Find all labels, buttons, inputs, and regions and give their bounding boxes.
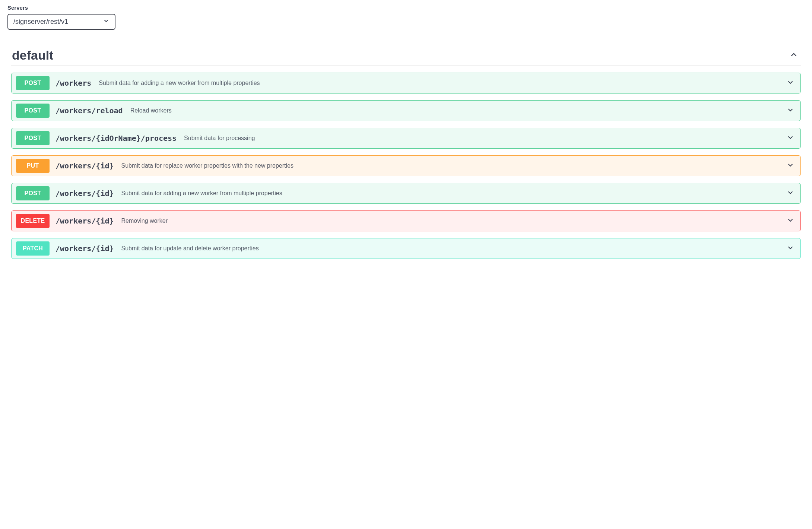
chevron-down-icon	[786, 161, 796, 171]
operation-row[interactable]: PATCH /workers/{id} Submit data for upda…	[11, 238, 801, 259]
method-badge: PUT	[16, 159, 50, 173]
operation-row[interactable]: POST /workers/{idOrName}/process Submit …	[11, 128, 801, 149]
operation-summary: Submit data for adding a new worker from…	[97, 80, 780, 86]
operation-summary: Submit data for adding a new worker from…	[120, 190, 780, 197]
chevron-down-icon	[786, 78, 796, 88]
chevron-down-icon	[786, 216, 796, 226]
servers-block: Servers /signserver/rest/v1	[7, 4, 805, 39]
section-title: default	[12, 48, 53, 63]
operation-path: /workers/{idOrName}/process	[55, 134, 177, 143]
api-section: default POST /workers Submit data for ad…	[7, 39, 805, 259]
method-badge: POST	[16, 76, 50, 90]
servers-label: Servers	[7, 4, 805, 11]
operation-path: /workers/{id}	[55, 161, 114, 170]
operation-row[interactable]: POST /workers Submit data for adding a n…	[11, 73, 801, 94]
operation-path: /workers/{id}	[55, 244, 114, 253]
chevron-down-icon	[786, 133, 796, 143]
chevron-down-icon	[786, 189, 796, 199]
method-badge: DELETE	[16, 214, 50, 228]
method-badge: POST	[16, 104, 50, 118]
server-select-value: /signserver/rest/v1	[13, 18, 68, 26]
operation-summary: Reload workers	[129, 107, 780, 114]
server-select[interactable]: /signserver/rest/v1	[7, 14, 115, 30]
operation-row[interactable]: PUT /workers/{id} Submit data for replac…	[11, 155, 801, 176]
chevron-down-icon	[786, 106, 796, 116]
operation-summary: Submit data for update and delete worker…	[120, 245, 780, 252]
operation-summary: Removing worker	[120, 218, 780, 224]
method-badge: PATCH	[16, 241, 50, 256]
chevron-up-icon	[789, 50, 799, 61]
operation-path: /workers/{id}	[55, 189, 114, 198]
operation-summary: Submit data for replace worker propertie…	[120, 162, 780, 169]
operation-row[interactable]: POST /workers/{id} Submit data for addin…	[11, 183, 801, 204]
chevron-down-icon	[786, 244, 796, 254]
operation-summary: Submit data for processing	[183, 135, 780, 142]
operation-row[interactable]: POST /workers/reload Reload workers	[11, 100, 801, 121]
method-badge: POST	[16, 131, 50, 145]
operation-path: /workers	[55, 79, 91, 88]
operation-row[interactable]: DELETE /workers/{id} Removing worker	[11, 210, 801, 231]
operation-path: /workers/reload	[55, 106, 123, 115]
method-badge: POST	[16, 186, 50, 200]
chevron-down-icon	[103, 18, 110, 26]
section-header[interactable]: default	[11, 48, 801, 66]
operation-path: /workers/{id}	[55, 216, 114, 225]
operations-list: POST /workers Submit data for adding a n…	[11, 73, 801, 259]
